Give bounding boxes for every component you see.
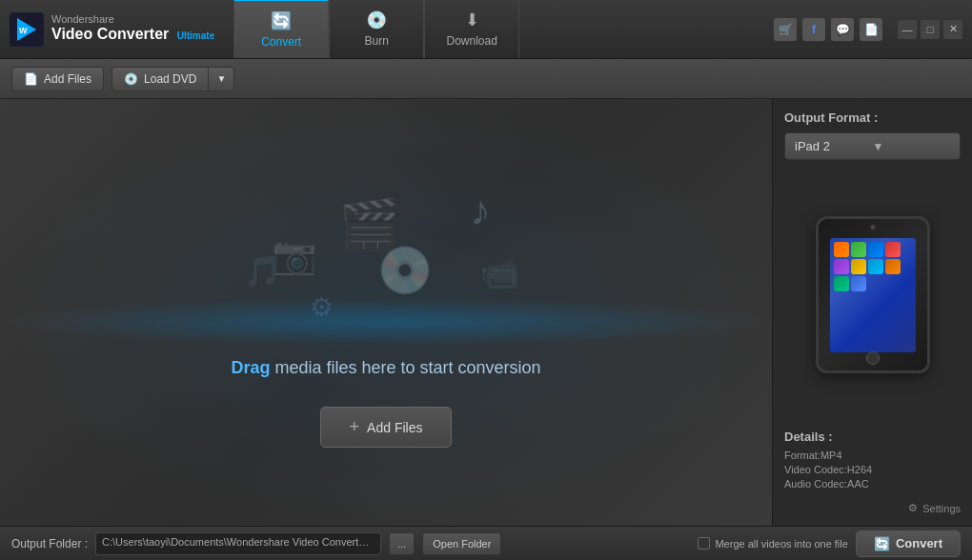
add-files-drop-button[interactable]: + Add Files xyxy=(320,407,453,448)
music-note-icon: ♪ xyxy=(470,187,491,234)
convert-tab-label: Convert xyxy=(261,35,301,49)
device-preview xyxy=(784,173,961,416)
burn-tab-label: Burn xyxy=(365,34,389,48)
add-files-icon: 📄 xyxy=(24,72,38,86)
output-format-label: Output Format : xyxy=(784,110,961,125)
convert-label: Convert xyxy=(896,536,942,550)
drop-zone[interactable]: 🎬 ♪ 📷 💿 🎵 📹 ⚙ Drag media files here to s… xyxy=(0,99,772,526)
convert-icon: 🔄 xyxy=(874,536,890,551)
document-button[interactable]: 📄 xyxy=(860,18,882,41)
app-icon-10 xyxy=(851,276,866,291)
close-button[interactable]: ✕ xyxy=(943,20,962,39)
convert-button[interactable]: 🔄 Convert xyxy=(856,530,961,557)
app-icon-3 xyxy=(868,242,883,257)
ipad-screen xyxy=(830,238,916,352)
chevron-down-icon: ▼ xyxy=(873,140,951,153)
load-dvd-button[interactable]: 💿 Load DVD ▼ xyxy=(111,67,234,91)
titlebar: W Wondershare Video Converter Ultimate 🔄… xyxy=(0,0,972,59)
load-dvd-icon: 💿 xyxy=(124,72,138,86)
add-files-label: Add Files xyxy=(44,72,91,86)
brand-label: Wondershare xyxy=(51,14,214,25)
drag-suffix: media files here to start conversion xyxy=(270,358,540,377)
settings-label: Settings xyxy=(922,503,961,514)
media-icons-area: 🎬 ♪ 📷 💿 🎵 📹 ⚙ xyxy=(224,177,548,349)
download-tab-label: Download xyxy=(447,34,497,48)
status-bar: Output Folder : C:\Users\taoyi\Documents… xyxy=(0,526,972,560)
logo-icon: W xyxy=(10,12,44,47)
ipad-frame xyxy=(816,216,930,373)
add-files-button[interactable]: 📄 Add Files xyxy=(11,67,104,91)
ipad-camera xyxy=(870,225,875,230)
svg-text:W: W xyxy=(19,26,28,35)
window-controls: — □ ✕ xyxy=(898,20,962,39)
load-dvd-label: Load DVD xyxy=(144,72,196,86)
audio-codec-detail: Audio Codec:AAC xyxy=(784,478,961,490)
drag-text: Drag media files here to start conversio… xyxy=(231,358,540,378)
plus-icon: + xyxy=(350,417,360,437)
video-icon: 📹 xyxy=(479,253,519,291)
facebook-button[interactable]: f xyxy=(802,18,825,41)
maximize-button[interactable]: □ xyxy=(921,20,940,39)
app-icon-5 xyxy=(834,259,849,274)
tab-convert[interactable]: 🔄 Convert xyxy=(233,0,329,58)
app-icon-9 xyxy=(834,276,849,291)
cart-button[interactable]: 🛒 xyxy=(774,18,797,41)
browse-button[interactable]: ... xyxy=(389,532,415,555)
logo-area: W Wondershare Video Converter Ultimate xyxy=(10,12,214,47)
download-tab-icon: ⬇ xyxy=(465,10,479,30)
chat-button[interactable]: 💬 xyxy=(831,18,854,41)
toolbar-icon-group: 🛒 f 💬 📄 xyxy=(774,18,882,41)
edition-label: Ultimate xyxy=(177,30,214,41)
app-icon-2 xyxy=(851,242,866,257)
app-icon-6 xyxy=(851,259,866,274)
convert-tab-icon: 🔄 xyxy=(271,10,292,31)
merge-label: Merge all videos into one file xyxy=(715,538,847,550)
main-toolbar: 📄 Add Files 💿 Load DVD ▼ xyxy=(0,59,972,99)
tab-download[interactable]: ⬇ Download xyxy=(424,0,519,58)
music-icon-2: 🎵 xyxy=(243,253,281,290)
main-content: 🎬 ♪ 📷 💿 🎵 📹 ⚙ Drag media files here to s… xyxy=(0,99,972,526)
nav-tabs: 🔄 Convert 💿 Burn ⬇ Download xyxy=(233,0,774,58)
open-folder-button[interactable]: Open Folder xyxy=(422,532,501,555)
disc-icon: 💿 xyxy=(376,244,434,297)
video-codec-detail: Video Codec:H264 xyxy=(784,464,961,475)
logo-text: Wondershare Video Converter Ultimate xyxy=(51,14,214,43)
details-section: Details : Format:MP4 Video Codec:H264 Au… xyxy=(784,430,961,492)
format-selector[interactable]: iPad 2 ▼ xyxy=(784,132,961,160)
app-icon-8 xyxy=(885,259,901,274)
minimize-button[interactable]: — xyxy=(898,20,917,39)
media-settings-icon: ⚙ xyxy=(310,291,334,323)
gear-icon: ⚙ xyxy=(908,502,918,514)
app-icon-1 xyxy=(834,242,849,257)
output-folder-label: Output Folder : xyxy=(11,537,88,550)
format-detail: Format:MP4 xyxy=(784,450,961,461)
add-files-drop-label: Add Files xyxy=(367,420,422,435)
load-dvd-main[interactable]: 💿 Load DVD xyxy=(112,68,209,90)
folder-path-display: C:\Users\taoyi\Documents\Wondershare Vid… xyxy=(95,532,381,555)
merge-checkbox[interactable] xyxy=(698,537,710,550)
drag-emphasis: Drag xyxy=(231,358,270,377)
selected-format-label: iPad 2 xyxy=(795,139,873,153)
product-label: Video Converter Ultimate xyxy=(51,25,214,43)
app-icon-4 xyxy=(885,242,901,257)
ipad-home-button xyxy=(866,351,880,365)
details-label: Details : xyxy=(784,430,961,444)
merge-checkbox-area: Merge all videos into one file xyxy=(698,537,847,550)
settings-link[interactable]: ⚙ Settings xyxy=(784,502,961,514)
burn-tab-icon: 💿 xyxy=(366,10,387,30)
app-icon-7 xyxy=(868,259,883,274)
right-panel: Output Format : iPad 2 ▼ xyxy=(772,99,972,526)
tab-burn[interactable]: 💿 Burn xyxy=(329,0,424,58)
load-dvd-arrow[interactable]: ▼ xyxy=(209,69,233,89)
